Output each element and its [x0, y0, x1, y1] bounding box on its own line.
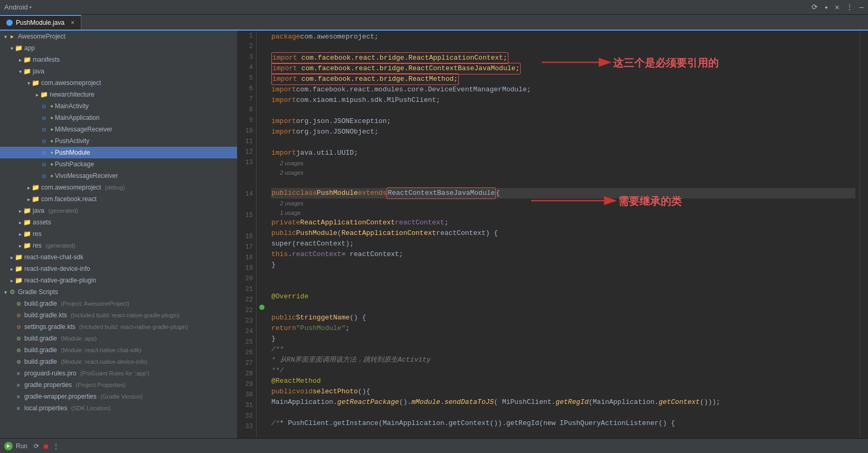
gutter-row: [257, 239, 267, 249]
arrow-icon: [8, 277, 15, 284]
code-token: org.json.JSONObject;: [296, 127, 379, 137]
java-file-icon: ⊙: [40, 149, 48, 156]
java-file-icon: ⊙: [40, 114, 48, 121]
line-num-1: 1: [238, 31, 253, 41]
sidebar-item-settings-gradle-kts[interactable]: ⚙ settings.gradle.kts (Included build: r…: [0, 321, 237, 333]
run-button[interactable]: ▶ Run: [4, 442, 27, 450]
code-scroll-area[interactable]: package com.awesomeproject; import com.f…: [267, 31, 860, 438]
sidebar-item-mimessagereceiver[interactable]: ⊙ ✦ MiMessageReceiver: [0, 124, 237, 135]
item-label-build-gradle-app: build.gradle (Module :app): [24, 335, 235, 342]
code-line-2: [271, 42, 855, 53]
item-label-com-awesomeproject: com.awesomeproject: [41, 79, 235, 87]
arrow-icon: [8, 335, 15, 342]
sidebar-item-react-native-device-info[interactable]: 📁 react-native-device-info: [0, 263, 237, 275]
line-num-28: 28: [238, 369, 253, 379]
sidebar-item-pushactivity[interactable]: ⊙ ✦ PushActivity: [0, 135, 237, 147]
sidebar-item-com-facebook-react[interactable]: 📁 com.facebook.react: [0, 193, 237, 205]
sidebar-item-com-awesomeproject[interactable]: 📁 com.awesomeproject: [0, 77, 237, 89]
sync-icon[interactable]: ⟳: [812, 3, 818, 12]
arrow-icon: [34, 149, 40, 156]
code-token: import: [271, 116, 296, 127]
sidebar-item-build-gradle-device-info[interactable]: ⚙ build.gradle (Module :react-native-dev…: [0, 356, 237, 367]
code-token: getReactPackage: [337, 397, 399, 408]
sidebar-item-mainactivity[interactable]: ⊙ ✦ MainActivity: [0, 100, 237, 112]
line-num-22: 22: [238, 295, 253, 305]
sidebar-item-proguard-rules[interactable]: ≡ proguard-rules.pro (ProGuard Rules for…: [0, 367, 237, 379]
gutter-row: [257, 83, 267, 94]
item-label-pushactivity: PushActivity: [55, 137, 235, 145]
sidebar-item-build-gradle-project[interactable]: ⚙ build.gradle (Project: AwesomeProject): [0, 298, 237, 309]
line-num-11: 11: [238, 136, 253, 147]
sidebar-item-pushmodule[interactable]: ⊙ ✦ PushModule: [0, 147, 237, 158]
sidebar-item-mainapplication[interactable]: ⊙ ✦ MainApplication: [0, 112, 237, 124]
sidebar-item-res-generated[interactable]: 📁 res (generated): [0, 240, 237, 251]
item-label-newarchitecture: newarchitecture: [50, 91, 235, 98]
sidebar-item-build-gradle-app[interactable]: ⚙ build.gradle (Module :app): [0, 333, 237, 344]
sidebar-item-local-properties[interactable]: ≡ local.properties (SDK Location): [0, 402, 237, 414]
gradle-file-icon: ⚙: [15, 358, 22, 365]
gutter-hint2: [257, 219, 267, 228]
close-icon[interactable]: ✕: [835, 3, 839, 12]
refresh-icon[interactable]: ⟳: [34, 442, 39, 450]
line-num-30: 30: [238, 390, 253, 400]
sidebar-item-build-gradle-chat-sdk[interactable]: ⚙ build.gradle (Module :react-native-cha…: [0, 344, 237, 356]
sidebar-item-com-awesomeproject-debug[interactable]: 📁 com.awesomeproject (debug): [0, 182, 237, 193]
item-label-settings-gradle-kts: settings.gradle.kts (Included build: rea…: [24, 323, 235, 331]
sidebar-item-res[interactable]: 📁 res: [0, 228, 237, 240]
sidebar-item-pushpackage[interactable]: ⊙ ✦ PushPackage: [0, 158, 237, 170]
sidebar-item-build-gradle-kts[interactable]: ⚙ build.gradle.kts (Included build: reac…: [0, 309, 237, 321]
sidebar-item-java-generated[interactable]: 📁 java (generated): [0, 205, 237, 216]
code-line-8: [271, 106, 855, 116]
gradle-file-icon: ⚙: [15, 300, 22, 307]
sidebar-item-gradle-properties[interactable]: ≡ gradle.properties (Project Properties): [0, 379, 237, 391]
status-more-icon[interactable]: ⋮: [53, 442, 59, 450]
star-icon[interactable]: ✦: [824, 3, 828, 12]
code-token: = reactContext;: [342, 249, 403, 260]
stop-icon[interactable]: ◼: [43, 442, 49, 450]
more-icon[interactable]: ⋮: [846, 3, 853, 12]
item-label-pushpackage: PushPackage: [55, 161, 235, 168]
tab-pushmodule[interactable]: PushModule.java ×: [0, 15, 81, 30]
code-line-18: this.reactContext = reactContext;: [271, 249, 855, 260]
sidebar-item-gradle-wrapper-properties[interactable]: ≡ gradle-wrapper.properties (Gradle Vers…: [0, 391, 237, 402]
sidebar-item-gradle-scripts[interactable]: ⚙ Gradle Scripts: [0, 286, 237, 298]
tab-close-icon[interactable]: ×: [71, 19, 74, 26]
sidebar-item-app[interactable]: 📁 app: [0, 42, 237, 54]
code-token: (){: [358, 386, 370, 397]
sidebar-item-java[interactable]: 📁 java: [0, 65, 237, 77]
sidebar-item-vivomessagereceiver[interactable]: ⊙ ✦ VivoMessageReceiver: [0, 170, 237, 182]
arrow-icon: [8, 45, 15, 51]
minimize-icon[interactable]: —: [860, 3, 864, 12]
code-token: getName: [321, 313, 350, 323]
line-num-29: 29: [238, 379, 253, 390]
item-label-java: java: [33, 68, 235, 75]
gutter-row: [257, 228, 267, 239]
item-label-local-properties: local.properties (SDK Location): [24, 404, 235, 412]
code-line-32: [271, 408, 855, 418]
folder-icon: 📁: [15, 253, 22, 261]
sidebar-item-newarchitecture[interactable]: 📁 newarchitecture: [0, 89, 237, 100]
line-num-27: 27: [238, 358, 253, 369]
arrow-icon: [17, 68, 23, 74]
code-token: public: [271, 386, 296, 397]
sidebar-item-manifests[interactable]: 📁 manifests: [0, 54, 237, 65]
code-token: * PushClient.getInstance(MainApplication…: [280, 418, 675, 429]
arrow-icon: [34, 161, 40, 167]
arrow-icon: [8, 254, 15, 260]
arrow-icon: [8, 300, 15, 307]
sidebar-item-react-native-chat-sdk[interactable]: 📁 react-native-chat-sdk: [0, 251, 237, 263]
item-label-gradle-wrapper-properties: gradle-wrapper.properties (Gradle Versio…: [24, 393, 235, 400]
sidebar-item-awesomeproject[interactable]: ▸ AwesomeProject: [0, 31, 237, 42]
gutter-row: [257, 136, 267, 147]
code-token: com.facebook.react.bridge.ReactContextBa…: [301, 64, 520, 72]
sidebar-item-react-native-gradle-plugin[interactable]: 📁 react-native-gradle-plugin: [0, 275, 237, 286]
line-num-21: 21: [238, 284, 253, 295]
properties-file-icon: ≡: [15, 370, 22, 377]
code-token: public: [271, 313, 296, 323]
code-token: import: [271, 84, 296, 95]
title-android-label[interactable]: Android: [4, 3, 28, 11]
sidebar-item-assets[interactable]: 📁 assets: [0, 216, 237, 228]
run-icon: ▶: [4, 442, 13, 450]
title-chevron[interactable]: ▾: [29, 4, 32, 11]
code-line-20: [271, 270, 855, 281]
